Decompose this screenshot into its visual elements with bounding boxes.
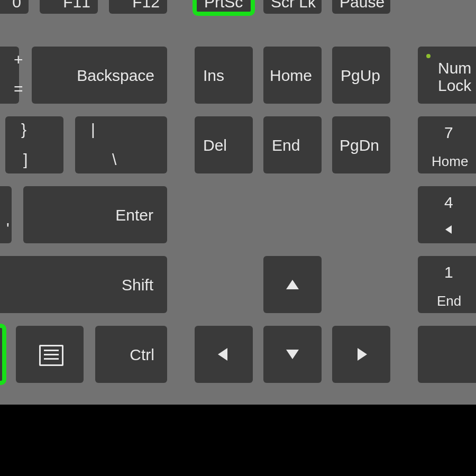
key-ctrl[interactable]: Ctrl: [95, 326, 167, 383]
arrow-left-icon: [218, 348, 227, 361]
key-equals[interactable]: + =: [0, 47, 19, 104]
key-pgdn-label: PgDn: [340, 136, 379, 154]
key-end[interactable]: End: [263, 116, 322, 173]
key-scrlk-label: Scr Lk: [271, 0, 316, 11]
key-backspace-label: Backspace: [77, 67, 154, 84]
key-scrlk[interactable]: Scr Lk: [263, 0, 322, 14]
key-equals-lower: =: [14, 80, 23, 97]
kp4-left-arrow-icon: [445, 225, 452, 234]
key-pgup-label: PgUp: [341, 67, 380, 84]
key-backslash[interactable]: | \: [75, 116, 167, 173]
key-pgdn[interactable]: PgDn: [332, 116, 390, 173]
key-highlighted-left[interactable]: [0, 326, 4, 383]
key-enter[interactable]: Enter: [23, 186, 167, 243]
key-right-bracket-lower: ]: [23, 151, 28, 168]
key-shift[interactable]: Shift: [0, 256, 167, 313]
key-numlock-label: Num Lock: [438, 59, 471, 94]
key-pause[interactable]: Pause: [332, 0, 390, 14]
key-ins[interactable]: Ins: [195, 47, 253, 104]
key-numlock[interactable]: Num Lock: [418, 47, 476, 104]
key-right-bracket-upper: }: [21, 121, 26, 138]
key-ins-label: Ins: [203, 67, 224, 84]
key-f12[interactable]: F12: [109, 0, 167, 14]
menu-icon: [39, 345, 63, 366]
key-enter-label: Enter: [115, 206, 153, 224]
arrow-down-icon: [286, 350, 299, 359]
letterbox-bottom: [0, 405, 476, 476]
key-menu[interactable]: [16, 326, 84, 383]
key-f12-label: F12: [132, 0, 160, 11]
key-arrow-down[interactable]: [263, 326, 322, 383]
key-pause-label: Pause: [340, 0, 385, 11]
key-del-label: Del: [203, 136, 227, 154]
key-kp7-label: 7: [444, 124, 453, 141]
key-backslash-lower: \: [112, 151, 116, 168]
key-home-label: Home: [270, 67, 312, 84]
key-kp7[interactable]: 7 Home: [418, 116, 476, 173]
key-kp7-sub: Home: [432, 154, 468, 169]
key-quote-lower: ': [6, 219, 10, 237]
key-f11-label: F11: [63, 0, 90, 11]
numlock-led-icon: [426, 54, 431, 58]
key-kp1-sub: End: [437, 294, 461, 309]
key-arrow-right[interactable]: [332, 326, 390, 383]
key-f10-label: 0: [12, 0, 21, 11]
key-ctrl-label: Ctrl: [130, 346, 154, 363]
arrow-right-icon: [358, 348, 367, 361]
key-backspace[interactable]: Backspace: [32, 47, 167, 104]
key-del[interactable]: Del: [195, 116, 253, 173]
key-kp0[interactable]: [418, 326, 476, 383]
key-end-label: End: [272, 136, 300, 154]
key-home[interactable]: Home: [263, 47, 322, 104]
key-kp4-label: 4: [444, 194, 453, 211]
key-kp4[interactable]: 4: [418, 186, 476, 243]
key-f10[interactable]: 0: [0, 0, 29, 14]
key-arrow-left[interactable]: [195, 326, 253, 383]
key-pgup[interactable]: PgUp: [332, 47, 390, 104]
key-equals-upper: +: [14, 51, 23, 68]
key-prtsc-label: PrtSc: [204, 0, 243, 11]
key-prtsc[interactable]: PrtSc: [195, 0, 253, 14]
arrow-up-icon: [286, 280, 299, 289]
key-shift-label: Shift: [122, 276, 153, 294]
key-right-bracket[interactable]: } ]: [5, 116, 63, 173]
key-arrow-up[interactable]: [263, 256, 322, 313]
key-kp1[interactable]: 1 End: [418, 256, 476, 313]
key-quote[interactable]: ': [0, 186, 12, 243]
key-backslash-upper: |: [91, 121, 95, 138]
key-f11[interactable]: F11: [40, 0, 98, 14]
key-kp1-label: 1: [444, 263, 453, 281]
